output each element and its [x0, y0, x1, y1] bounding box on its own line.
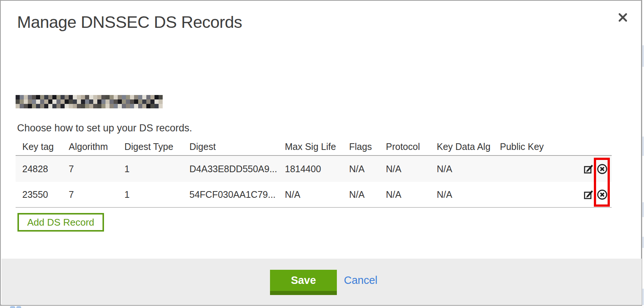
column-header-key-data-alg: Key Data Alg	[437, 141, 500, 152]
ds-records-table: Key tag Algorithm Digest Type Digest Max…	[16, 138, 612, 208]
manage-dnssec-modal: Manage DNSSEC DS Records Choose how to s…	[0, 0, 642, 306]
page-title: Manage DNSSEC DS Records	[17, 13, 242, 32]
cell-digest: 54FCF030AA1C79...	[189, 189, 285, 200]
delete-icon[interactable]	[596, 189, 608, 200]
column-header-key-tag: Key tag	[22, 141, 69, 152]
column-header-flags: Flags	[349, 141, 386, 152]
background-page-sliver-right	[642, 0, 644, 308]
redacted-domain	[16, 95, 163, 108]
cancel-link[interactable]: Cancel	[344, 270, 377, 291]
row-actions	[584, 163, 612, 175]
close-button[interactable]	[617, 12, 629, 24]
close-icon	[617, 12, 628, 24]
column-header-protocol: Protocol	[386, 141, 437, 152]
cell-algorithm: 7	[69, 189, 124, 200]
column-header-digest: Digest	[189, 141, 285, 152]
cell-key-data-alg: N/A	[437, 189, 500, 200]
column-header-public-key: Public Key	[500, 141, 584, 152]
cell-key-tag: 24828	[22, 164, 69, 174]
row-actions	[584, 189, 612, 200]
edit-icon[interactable]	[584, 164, 594, 174]
cell-algorithm: 7	[69, 164, 124, 174]
cell-protocol: N/A	[386, 189, 437, 200]
column-header-digest-type: Digest Type	[124, 141, 189, 152]
cell-digest-type: 1	[124, 164, 189, 174]
delete-icon[interactable]	[596, 163, 608, 175]
cell-key-tag: 23550	[22, 189, 69, 200]
table-header-row: Key tag Algorithm Digest Type Digest Max…	[16, 138, 612, 156]
instruction-text: Choose how to set up your DS records.	[17, 122, 192, 134]
screen: Manage DNSSEC DS Records Choose how to s…	[0, 0, 644, 308]
cell-max-sig-life: N/A	[285, 189, 349, 200]
cell-digest: D4A33E8DD550A9...	[189, 164, 285, 174]
cell-max-sig-life: 1814400	[285, 164, 349, 174]
modal-footer: Save Cancel	[1, 259, 642, 305]
edit-icon[interactable]	[584, 190, 594, 200]
cell-digest-type: 1	[124, 189, 189, 200]
save-button[interactable]: Save	[270, 270, 337, 295]
table-row: 24828 7 1 D4A33E8DD550A9... 1814400 N/A …	[16, 156, 612, 182]
add-ds-record-button[interactable]: Add DS Record	[17, 213, 104, 232]
background-page-sliver-bottom	[0, 306, 642, 308]
cell-key-data-alg: N/A	[437, 164, 500, 174]
column-header-max-sig-life: Max Sig Life	[285, 141, 349, 152]
cell-flags: N/A	[349, 189, 386, 200]
cell-flags: N/A	[349, 164, 386, 174]
cell-protocol: N/A	[386, 164, 437, 174]
table-row: 23550 7 1 54FCF030AA1C79... N/A N/A N/A …	[16, 182, 612, 208]
column-header-algorithm: Algorithm	[69, 141, 124, 152]
